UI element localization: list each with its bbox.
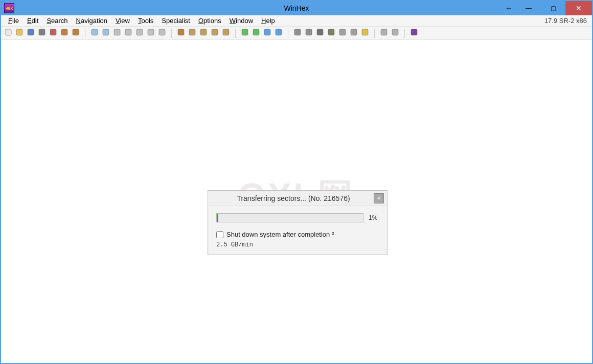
progress-percent: 1% <box>369 214 379 221</box>
undo-button[interactable] <box>89 28 100 38</box>
window2-button[interactable] <box>71 28 81 38</box>
restore-arrows-icon[interactable]: ↔ <box>501 1 516 15</box>
new-file-icon <box>4 28 12 38</box>
menu-tools[interactable]: Tools <box>134 17 157 25</box>
menu-options[interactable]: Options <box>194 17 225 25</box>
shutdown-checkbox[interactable] <box>216 231 223 238</box>
minimize-button[interactable]: — <box>516 1 541 15</box>
dialog-titlebar[interactable]: Transferring sectors... (No. 216576) × <box>208 191 387 206</box>
undo-icon <box>90 28 99 38</box>
paste-hex-button[interactable] <box>146 28 156 38</box>
nav-forward-button[interactable] <box>273 28 284 38</box>
go-start-icon <box>241 28 249 38</box>
dialog-title-text: Transferring sectors... (No. 216576) <box>213 194 374 202</box>
svg-rect-9 <box>114 29 120 35</box>
window1-button[interactable] <box>59 28 70 38</box>
content-area: GXI 网 Transferring sectors... (No. 21657… <box>1 40 592 363</box>
window-controls: ↔ — ▢ ✕ <box>501 1 592 15</box>
app-icon: HEX <box>4 3 14 13</box>
find-down-button[interactable] <box>221 28 231 38</box>
find-button[interactable] <box>176 28 186 38</box>
cut-icon <box>113 28 121 38</box>
print-icon <box>38 28 46 38</box>
window2-icon <box>72 28 80 38</box>
zoom-button[interactable] <box>337 28 348 38</box>
new-file-button[interactable] <box>3 28 13 38</box>
find-text-button[interactable] <box>198 28 209 38</box>
menu-help[interactable]: Help <box>257 17 279 25</box>
maximize-button[interactable]: ▢ <box>541 1 565 15</box>
open-folder-button[interactable] <box>14 28 25 38</box>
save-icon <box>27 28 35 38</box>
paste-bin-icon <box>158 28 166 38</box>
svg-rect-4 <box>50 29 56 35</box>
shutdown-checkbox-row[interactable]: Shut down system after completion ³ <box>216 231 379 238</box>
svg-rect-32 <box>411 29 417 35</box>
nav-next-button[interactable] <box>390 28 400 38</box>
shutdown-checkbox-label: Shut down system after completion ³ <box>226 231 334 238</box>
find-hex-button[interactable] <box>187 28 197 38</box>
version-label: 17.9 SR-2 x86 <box>544 17 589 25</box>
paste-button[interactable] <box>134 28 145 38</box>
svg-rect-27 <box>339 29 346 35</box>
properties-button[interactable] <box>48 28 58 38</box>
dialog-close-button[interactable]: × <box>374 193 384 203</box>
menu-view[interactable]: View <box>111 17 134 25</box>
find-text-icon <box>199 28 208 38</box>
calc-icon <box>327 28 335 38</box>
go-start-button[interactable] <box>240 28 250 38</box>
svg-rect-1 <box>16 29 22 35</box>
find-up-icon <box>211 28 219 38</box>
menu-window[interactable]: Window <box>225 17 257 25</box>
titlebar[interactable]: HEX WinHex ↔ — ▢ ✕ <box>1 1 592 15</box>
print-button[interactable] <box>37 28 47 38</box>
open-folder-icon <box>15 28 24 38</box>
toolbar-separator <box>404 29 405 38</box>
menu-navigation[interactable]: Navigation <box>72 17 111 25</box>
toolbar-separator <box>235 29 236 38</box>
ram-icon <box>316 28 324 38</box>
redo-button[interactable] <box>101 28 111 38</box>
copy-button[interactable] <box>123 28 133 38</box>
find-up-button[interactable] <box>210 28 220 38</box>
svg-rect-29 <box>362 29 368 35</box>
svg-rect-10 <box>125 29 131 35</box>
nav-forward-icon <box>275 28 283 38</box>
calc-button[interactable] <box>326 28 336 38</box>
ram-button[interactable] <box>315 28 325 38</box>
menu-search[interactable]: Search <box>42 17 72 25</box>
toolbar-separator <box>85 29 85 38</box>
svg-rect-12 <box>148 29 154 35</box>
go-end-button[interactable] <box>251 28 261 38</box>
gear-button[interactable] <box>349 28 359 38</box>
svg-rect-26 <box>328 29 334 35</box>
menu-specialist[interactable]: Specialist <box>157 17 194 25</box>
paste-bin-button[interactable] <box>157 28 167 38</box>
warn-icon <box>361 28 369 38</box>
disk2-icon <box>305 28 313 38</box>
close-button[interactable]: ✕ <box>565 1 592 15</box>
nav-back-button[interactable] <box>262 28 272 38</box>
save-button[interactable] <box>26 28 36 38</box>
svg-rect-0 <box>5 29 11 35</box>
warn-button[interactable] <box>360 28 370 38</box>
disk2-button[interactable] <box>304 28 314 38</box>
toolbar-separator <box>374 29 375 38</box>
svg-rect-18 <box>223 29 229 35</box>
svg-rect-25 <box>317 29 323 35</box>
paste-icon <box>135 28 144 38</box>
properties-icon <box>49 28 57 38</box>
toolbar-separator <box>171 29 172 38</box>
svg-rect-11 <box>136 29 143 35</box>
menu-file[interactable]: File <box>4 17 23 25</box>
go-end-icon <box>252 28 260 38</box>
disk1-button[interactable] <box>292 28 303 38</box>
menu-edit[interactable]: Edit <box>23 17 42 25</box>
nav-prev-button[interactable] <box>379 28 389 38</box>
cut-button[interactable] <box>112 28 122 38</box>
progress-bar <box>216 213 363 222</box>
help-book-button[interactable] <box>409 28 419 38</box>
progress-dialog: Transferring sectors... (No. 216576) × 1… <box>208 190 387 255</box>
svg-rect-30 <box>381 29 387 35</box>
svg-rect-13 <box>159 29 165 35</box>
